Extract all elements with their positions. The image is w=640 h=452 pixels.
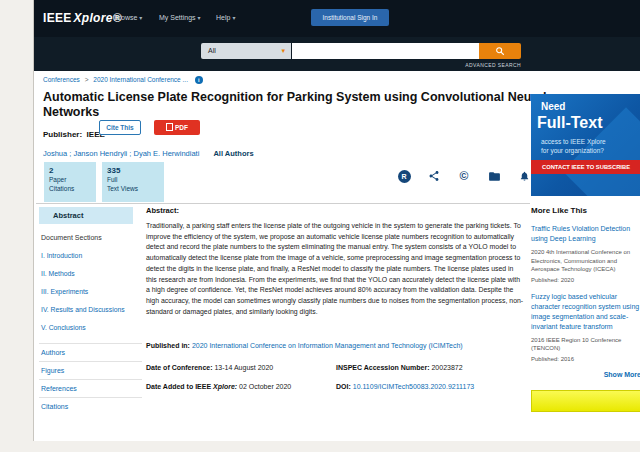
copyright-icon[interactable]: © [457,169,471,183]
breadcrumb-conferences[interactable]: Conferences [43,76,80,83]
nav-my-settings[interactable]: My Settings▾ [159,14,201,21]
related-item-venue: 2020 4th International Conference on Ele… [531,248,640,274]
institutional-sign-in-button[interactable]: Institutional Sign In [311,9,389,26]
info-icon[interactable]: i [195,76,203,84]
related-item-link[interactable]: Traffic Rules Violation Detection using … [531,224,640,244]
ieee-xplore-logo[interactable]: IEEEXplore® [43,11,122,25]
inspec-number: INSPEC Accession Number: 20023872 [336,364,528,371]
more-like-this: More Like This Traffic Rules Violation D… [531,206,640,378]
document-metadata: Date of Conference: 13-14 August 2020 IN… [146,364,528,390]
related-item: Fuzzy logic based vehicular character re… [531,292,640,362]
published-in-link[interactable]: 2020 International Conference on Informa… [192,342,463,349]
chevron-down-icon: ▾ [232,15,235,21]
related-item: Traffic Rules Violation Detection using … [531,224,640,283]
alerts-icon[interactable] [517,169,531,183]
sidebar-item-citations[interactable]: Citations [39,397,142,415]
more-like-this-title: More Like This [531,206,640,215]
all-authors-link[interactable]: All Authors [213,149,253,158]
abstract-label: Abstract: [146,206,528,215]
sidebar-item-results[interactable]: IV. Results and Discussions [41,306,142,313]
sidebar-item-methods[interactable]: II. Methods [41,270,142,277]
sidebar-item-experiments[interactable]: III. Experiments [41,288,142,295]
cite-this-button[interactable]: Cite This [99,120,141,135]
contact-ieee-subscribe-button[interactable]: CONTACT IEEE TO SUBSCRIBE [531,160,640,174]
abstract-text: Traditionally, a parking staff enters th… [146,221,524,317]
pdf-document-icon [166,123,173,131]
search-button[interactable] [479,43,521,59]
sidebar-item-figures[interactable]: Figures [39,361,142,379]
restricted-access-icon[interactable]: R [397,169,411,183]
breadcrumb: Conferences > 2020 International Confere… [43,76,203,84]
paper-citations-metric[interactable]: 2 Paper Citations [44,162,96,202]
sidebar-links: Authors Figures References Citations [39,343,142,415]
article-main-column: Abstract: Traditionally, a parking staff… [146,206,528,317]
document-sidebar: Abstract Document Sections I. Introducti… [39,207,142,415]
ieee-xplore-page: IEEEXplore® Browse▾ My Settings▾ Help▾ I… [33,0,640,441]
publisher-label: Publisher: [43,130,82,139]
show-more-link[interactable]: Show More [531,371,640,378]
sidebar-item-references[interactable]: References [39,379,142,397]
search-input[interactable] [292,43,479,59]
published-in-label: Published in: [146,342,190,349]
chevron-down-icon: ▾ [139,15,142,21]
right-rail: Need Full-Text access to IEEE Xplore for… [531,0,640,441]
related-item-link[interactable]: Fuzzy logic based vehicular character re… [531,292,640,332]
chevron-down-icon: ▾ [198,15,201,21]
authors-row: Joshua ; Janson Hendryli ; Dyah E. Herwi… [43,149,254,158]
conference-date: Date of Conference: 13-14 August 2020 [146,364,336,371]
author-links[interactable]: Joshua ; Janson Hendryli ; Dyah E. Herwi… [43,149,199,158]
document-sections-label: Document Sections [41,234,142,241]
publisher-row: Publisher: IEEE Cite This PDF [43,123,105,139]
sidebar-item-introduction[interactable]: I. Introduction [41,252,142,259]
share-icon[interactable] [427,169,441,183]
banner-ad[interactable] [531,390,640,412]
page-title: Automatic License Plate Recognition for … [43,90,548,120]
advanced-search-link[interactable]: ADVANCED SEARCH [421,62,521,68]
date-added: Date Added to IEEE Xplore: 02 October 20… [146,383,336,390]
doi: DOI: 10.1109/ICIMTech50083.2020.9211173 [336,383,528,390]
chevron-down-icon: ▾ [281,43,285,59]
search-scope-dropdown[interactable]: All ▾ [201,43,291,59]
breadcrumb-conference-title[interactable]: 2020 International Conference ... [93,76,188,83]
nav-help[interactable]: Help▾ [216,14,235,21]
sidebar-item-authors[interactable]: Authors [39,343,142,361]
related-item-published: Published: 2016 [531,356,640,362]
pdf-button[interactable]: PDF [154,120,200,135]
content-divider [36,203,530,204]
related-item-published: Published: 2020 [531,277,640,283]
export-icon[interactable] [487,169,501,183]
breadcrumb-separator: > [85,76,89,83]
search-icon [495,46,505,56]
sidebar-item-abstract[interactable]: Abstract [39,207,133,224]
related-item-venue: 2016 IEEE Region 10 Conference (TENCON) [531,336,640,353]
nav-browse[interactable]: Browse▾ [114,14,142,21]
logo-ieee-text: IEEE [43,11,72,25]
sidebar-item-conclusions[interactable]: V. Conclusions [41,324,142,331]
full-text-views-metric[interactable]: 335 Full Text Views [102,162,164,202]
document-action-icons: R © [397,169,537,183]
full-text-subscribe-ad[interactable]: Need Full-Text access to IEEE Xplore for… [531,94,640,196]
doi-link[interactable]: 10.1109/ICIMTech50083.2020.9211173 [353,383,474,390]
published-in-row: Published in: 2020 International Confere… [146,342,463,349]
